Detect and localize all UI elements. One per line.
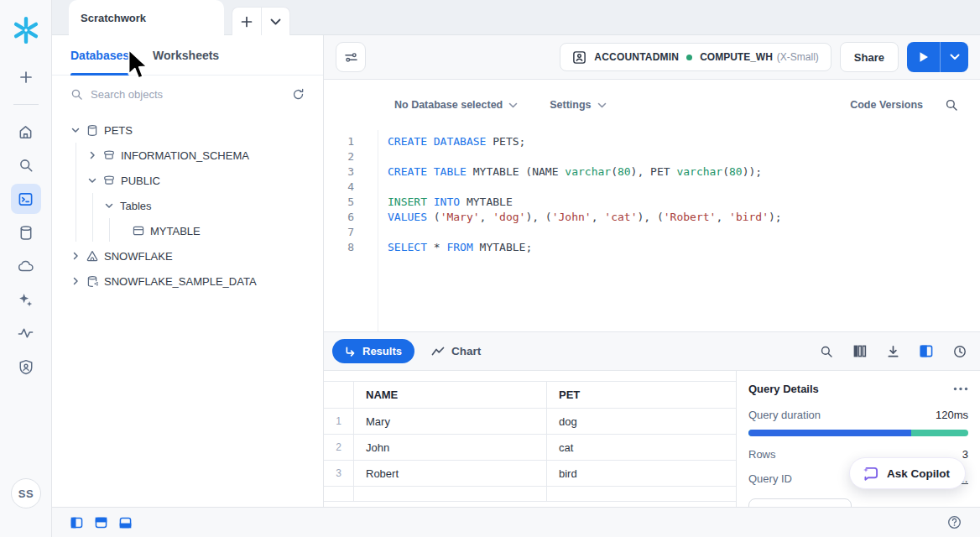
query-history-icon[interactable]: [953, 345, 967, 358]
table-cell[interactable]: bird: [547, 461, 736, 486]
run-button[interactable]: [907, 42, 940, 72]
toggle-bottom-panel-icon[interactable]: [119, 517, 132, 529]
chevron-down-icon[interactable]: [87, 175, 97, 185]
chevron-right-icon[interactable]: [87, 150, 97, 160]
tab-scratchwork[interactable]: Scratchwork: [69, 0, 224, 35]
table-row[interactable]: 1Marydog: [324, 409, 736, 435]
nav-admin-button[interactable]: [11, 352, 41, 382]
chevron-right-icon[interactable]: [70, 251, 81, 261]
tab-databases-label: Databases: [70, 49, 129, 62]
ellipsis-menu-icon[interactable]: [953, 387, 968, 391]
editor-header: No Database selected Settings Code Versi…: [324, 80, 980, 130]
code-line[interactable]: [388, 225, 980, 240]
home-icon: [18, 124, 34, 140]
settings-label: Settings: [550, 99, 591, 111]
context-selector[interactable]: ACCOUNTADMIN COMPUTE_WH (X-Small): [560, 43, 831, 71]
tab-results[interactable]: Results: [332, 339, 414, 363]
tab-chart-label: Chart: [451, 345, 481, 357]
column-header-pet[interactable]: PET: [547, 382, 736, 408]
column-header-name[interactable]: NAME: [354, 382, 547, 408]
share-button-label: Share: [854, 51, 884, 64]
ask-copilot-button[interactable]: Ask Copilot: [849, 457, 966, 489]
tree-item-database-snowflake-sample-data[interactable]: SNOWFLAKE_SAMPLE_DATA: [52, 268, 323, 294]
database-selector[interactable]: No Database selected: [394, 99, 518, 111]
split-panel-icon[interactable]: [920, 345, 933, 357]
toggle-left-panel-icon[interactable]: [70, 517, 83, 529]
nav-ai-ml-button[interactable]: [11, 284, 41, 315]
chevron-down-icon[interactable]: [70, 125, 81, 135]
download-icon[interactable]: [887, 345, 899, 358]
chevron-down-icon: [508, 102, 518, 108]
share-button[interactable]: Share: [840, 42, 899, 72]
line-number: 1: [324, 134, 354, 149]
tree-item-label: MYTABLE: [150, 225, 201, 237]
tab-results-label: Results: [362, 345, 402, 357]
help-icon[interactable]: [947, 515, 962, 529]
code-line[interactable]: SELECT * FROM MYTABLE;: [388, 240, 980, 255]
code-line[interactable]: [388, 180, 980, 195]
sql-editor[interactable]: 12345678 CREATE DATABASE PETS;CREATE TAB…: [324, 130, 980, 332]
tree-item-schema-information-schema[interactable]: INFORMATION_SCHEMA: [52, 143, 323, 168]
code-versions-button[interactable]: Code Versions: [850, 99, 923, 111]
tree-item-database-pets[interactable]: PETS: [52, 117, 323, 143]
settings-menu[interactable]: Settings: [550, 99, 606, 111]
code-line[interactable]: VALUES ('Mary', 'dog'), ('John', 'cat'),…: [388, 210, 980, 225]
code-line[interactable]: CREATE DATABASE PETS;: [388, 134, 980, 149]
tab-chart[interactable]: Chart: [431, 345, 481, 357]
plus-icon: [18, 70, 34, 85]
filters-button[interactable]: [336, 42, 366, 72]
code-lines[interactable]: CREATE DATABASE PETS;CREATE TABLE MYTABL…: [378, 130, 980, 331]
tree-item-database-snowflake[interactable]: SNOWFLAKE: [52, 243, 323, 268]
tab-scratchwork-label: Scratchwork: [81, 12, 146, 24]
results-search-icon[interactable]: [820, 345, 833, 358]
table-cell[interactable]: John: [354, 435, 547, 460]
tab-list-button[interactable]: [261, 8, 290, 35]
results-table-header: NAME PET: [324, 381, 736, 409]
nav-monitoring-button[interactable]: [11, 318, 41, 348]
shield-user-icon: [18, 359, 34, 375]
code-line[interactable]: [388, 149, 980, 164]
left-nav-rail: SS: [0, 0, 52, 537]
table-cell[interactable]: dog: [547, 409, 736, 434]
chevron-down-icon[interactable]: [104, 201, 114, 211]
table-row[interactable]: 2Johncat: [324, 435, 736, 461]
create-button[interactable]: [11, 62, 41, 92]
nav-home-button[interactable]: [11, 117, 41, 147]
table-row[interactable]: 3Robertbird: [324, 461, 736, 487]
tree-item-schema-public[interactable]: PUBLIC: [52, 168, 323, 193]
chevron-right-icon[interactable]: [70, 276, 81, 286]
tab-databases[interactable]: Databases: [70, 35, 129, 76]
line-number: 8: [324, 240, 354, 255]
table-cell[interactable]: cat: [547, 435, 736, 460]
nav-search-button[interactable]: [11, 150, 41, 180]
table-cell[interactable]: Mary: [354, 409, 547, 434]
object-search[interactable]: Search objects: [52, 76, 323, 112]
line-number: 7: [324, 225, 354, 240]
role-label: ACCOUNTADMIN: [594, 51, 679, 63]
user-avatar[interactable]: SS: [11, 478, 41, 508]
nav-projects-button[interactable]: [11, 184, 41, 214]
line-number: 4: [324, 180, 354, 195]
code-line[interactable]: INSERT INTO MYTABLE: [388, 195, 980, 210]
columns-icon[interactable]: [853, 345, 867, 357]
nav-data-button[interactable]: [11, 217, 41, 248]
warehouse-size-label: (X-Small): [777, 51, 819, 63]
schema-icon: [103, 175, 115, 186]
line-number: 6: [324, 210, 354, 225]
copilot-icon: [862, 466, 879, 482]
tree-item-label: Tables: [120, 200, 152, 212]
duration-bar-compute: [748, 430, 911, 436]
line-number-gutter: 12345678: [324, 130, 378, 331]
refresh-icon[interactable]: [292, 88, 305, 101]
tab-worksheets[interactable]: Worksheets: [153, 35, 219, 76]
editor-search-icon[interactable]: [945, 98, 958, 112]
nav-data-products-button[interactable]: [11, 251, 41, 281]
toggle-top-panel-icon[interactable]: [95, 517, 107, 529]
search-icon: [18, 158, 34, 173]
table-cell[interactable]: Robert: [354, 461, 547, 486]
new-tab-button[interactable]: [232, 8, 261, 35]
rail-divider: [13, 104, 39, 105]
run-options-button[interactable]: [940, 42, 968, 72]
row-number-header: [324, 382, 354, 408]
code-line[interactable]: CREATE TABLE MYTABLE (NAME varchar(80), …: [388, 164, 980, 180]
